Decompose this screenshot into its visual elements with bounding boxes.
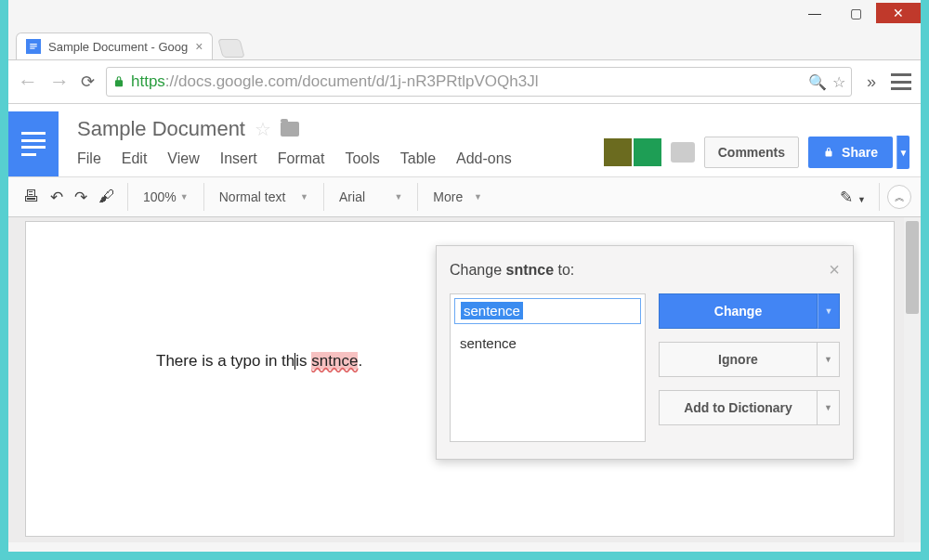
spellcheck-prompt: Change sntnce to:: [450, 262, 574, 279]
chat-icon[interactable]: [671, 142, 695, 163]
suggestion-list: sentence sentence: [450, 293, 646, 442]
suggestion-item[interactable]: sentence: [451, 328, 645, 358]
collapse-toolbar-icon[interactable]: ︽: [887, 185, 911, 209]
undo-icon[interactable]: ↶: [45, 188, 69, 207]
url-text: https://docs.google.com/document/d/1j-nR…: [131, 72, 803, 91]
docs-toolbar: 🖶 ↶ ↷ 🖌 100%▼ Normal text ▼ Arial ▼ More…: [8, 176, 921, 217]
forward-button[interactable]: →: [49, 70, 70, 94]
editing-mode-icon[interactable]: ✎ ▼: [834, 188, 871, 207]
ignore-button[interactable]: Ignore ▼: [659, 342, 840, 377]
menu-tools[interactable]: Tools: [345, 150, 379, 167]
overflow-icon[interactable]: »: [863, 72, 880, 92]
misspelled-word[interactable]: sntnce: [311, 352, 358, 370]
share-dropdown-icon[interactable]: ▼: [896, 136, 909, 169]
add-to-dictionary-button[interactable]: Add to Dictionary ▼: [659, 390, 840, 425]
star-document-icon[interactable]: ☆: [255, 118, 271, 140]
paint-format-icon[interactable]: 🖌: [93, 188, 120, 206]
tab-close-icon[interactable]: ×: [195, 39, 203, 54]
svg-rect-0: [30, 44, 37, 45]
window-minimize-button[interactable]: —: [794, 4, 835, 22]
svg-rect-1: [30, 46, 37, 46]
suggestion-input[interactable]: sentence: [454, 298, 641, 324]
lock-icon: [112, 75, 125, 88]
lock-icon: [823, 147, 834, 158]
scrollbar-thumb[interactable]: [906, 221, 919, 314]
collaborator-avatar[interactable]: [634, 138, 661, 166]
menu-insert[interactable]: Insert: [220, 150, 257, 167]
move-to-folder-icon[interactable]: [281, 122, 299, 137]
hamburger-menu-icon[interactable]: [891, 73, 911, 90]
browser-toolbar: ← → ⟳ https://docs.google.com/document/d…: [8, 59, 921, 104]
body-text: There is a typo in this sntnce.: [156, 352, 362, 370]
add-dropdown-icon[interactable]: ▼: [818, 390, 840, 425]
print-icon[interactable]: 🖶: [18, 188, 45, 206]
ignore-dropdown-icon[interactable]: ▼: [818, 342, 840, 377]
more-toolbar-button[interactable]: More ▼: [425, 186, 490, 208]
address-bar[interactable]: https://docs.google.com/document/d/1j-nR…: [106, 67, 852, 97]
collaborator-avatar[interactable]: [604, 138, 632, 166]
star-icon[interactable]: ☆: [832, 73, 845, 91]
svg-rect-2: [30, 48, 34, 49]
window-titlebar: — ▢ ✕: [8, 0, 921, 26]
spellcheck-popup: Change sntnce to: × sentence sentence Ch…: [436, 245, 854, 460]
close-icon[interactable]: ×: [829, 259, 840, 280]
docs-header: Sample Document ☆ File Edit View Insert …: [8, 104, 921, 176]
browser-tabstrip: Sample Document - Goog ×: [8, 26, 921, 59]
change-dropdown-icon[interactable]: ▼: [818, 293, 840, 329]
back-button[interactable]: ←: [18, 70, 38, 94]
menu-view[interactable]: View: [167, 150, 199, 167]
change-button[interactable]: Change ▼: [659, 293, 840, 329]
style-selector[interactable]: Normal text ▼: [212, 186, 316, 208]
share-button[interactable]: Share: [808, 137, 893, 168]
menu-addons[interactable]: Add-ons: [456, 150, 512, 167]
new-tab-button[interactable]: [218, 39, 245, 58]
comments-button[interactable]: Comments: [704, 137, 799, 168]
menu-edit[interactable]: Edit: [122, 150, 148, 167]
menu-file[interactable]: File: [77, 150, 101, 167]
presence-avatars: [604, 138, 661, 166]
menu-table[interactable]: Table: [400, 150, 436, 167]
docs-favicon-icon: [26, 39, 41, 54]
search-icon[interactable]: 🔍: [808, 73, 827, 91]
docs-logo-icon[interactable]: [8, 111, 59, 176]
document-title[interactable]: Sample Document: [77, 117, 245, 141]
window-maximize-button[interactable]: ▢: [835, 4, 876, 22]
reload-button[interactable]: ⟳: [81, 72, 95, 92]
tab-title: Sample Document - Goog: [48, 40, 188, 54]
menu-format[interactable]: Format: [278, 150, 325, 167]
font-selector[interactable]: Arial ▼: [332, 186, 410, 208]
redo-icon[interactable]: ↷: [69, 188, 93, 207]
browser-tab[interactable]: Sample Document - Goog ×: [16, 33, 213, 59]
zoom-selector[interactable]: 100%▼: [136, 186, 196, 208]
vertical-scrollbar[interactable]: [904, 217, 921, 542]
window-close-button[interactable]: ✕: [876, 3, 921, 23]
menubar: File Edit View Insert Format Tools Table…: [77, 141, 604, 167]
